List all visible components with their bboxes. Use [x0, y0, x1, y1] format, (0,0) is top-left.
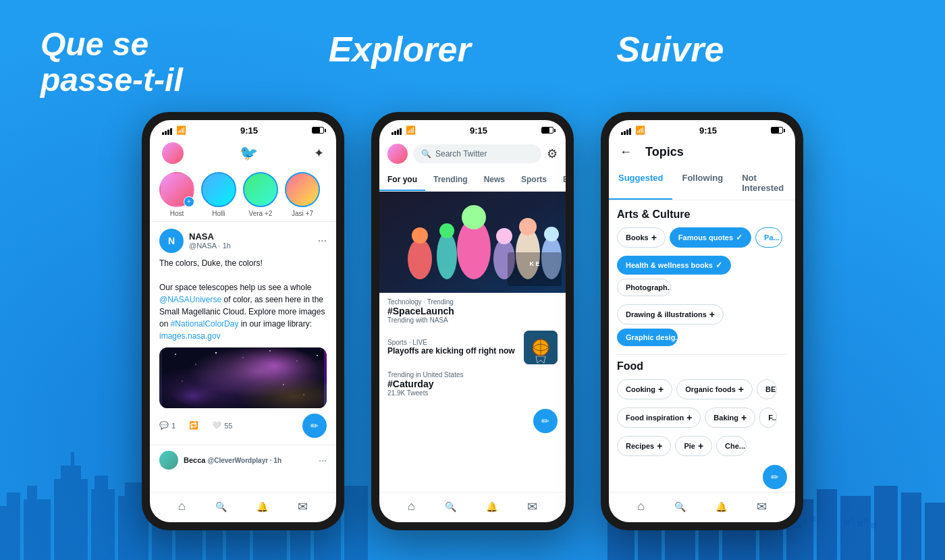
- phone1-top-nav: 🐦 ✦: [150, 138, 336, 168]
- like-action[interactable]: 🤍 55: [212, 421, 232, 430]
- chip-recipes[interactable]: Recipes +: [617, 436, 671, 456]
- nav-mail-2[interactable]: ✉: [527, 499, 537, 514]
- story-vera[interactable]: Vera +2: [243, 172, 278, 217]
- nav-bell-1[interactable]: 🔔: [256, 501, 268, 512]
- page-layout: Que se passe-t-il Explorer Suivre: [0, 0, 945, 560]
- topics-tabs: Suggested Following Not Interested: [609, 166, 795, 200]
- chip-beverages[interactable]: BE...: [757, 379, 777, 399]
- stories-row: + Host Holli Vera +2: [150, 168, 336, 221]
- phone3-bottom-nav: ⌂ 🔍 🔔 ✉: [609, 492, 795, 522]
- tab-not-interested[interactable]: Not Interested: [732, 166, 795, 200]
- tweet-link-3[interactable]: images.nasa.gov: [159, 331, 221, 341]
- chip-drawing[interactable]: Drawing & illustrations +: [617, 304, 724, 325]
- chip-painting[interactable]: Pa...: [755, 227, 782, 248]
- phone-explorer: 📶 9:15 🔍 Search Twitter: [371, 112, 574, 530]
- chip-painting-label: Pa...: [764, 233, 780, 242]
- tweet-link-2[interactable]: #NationalColorDay: [171, 319, 239, 329]
- arts-chips-row1: Books + Famous quotes ✓ Pa...: [617, 227, 787, 248]
- arts-chips-row3: Drawing & illustrations + Graphic desig.…: [617, 304, 787, 346]
- chip-photography-label: Photograph...: [626, 283, 671, 291]
- battery-area-1: [312, 127, 324, 134]
- chip-photography[interactable]: Photograph...: [617, 279, 671, 296]
- tweet-name-nasa: NASA: [189, 231, 313, 242]
- svg-point-71: [437, 232, 457, 279]
- trending-item-2: Sports · LIVE Playoffs are kicking off r…: [387, 331, 558, 364]
- search-bar[interactable]: 🔍 Search Twitter: [413, 144, 541, 163]
- food-chips-row3: Recipes + Pie + Che...: [617, 436, 787, 456]
- topics-content: Arts & Culture Books + Famous quotes ✓ P…: [609, 200, 795, 465]
- nav-home-3[interactable]: ⌂: [637, 499, 645, 513]
- chip-famous-quotes[interactable]: Famous quotes ✓: [670, 227, 751, 248]
- chip-baking-label: Baking: [713, 414, 738, 422]
- sparkle-icon-1[interactable]: ✦: [314, 146, 324, 161]
- svg-point-78: [519, 218, 537, 235]
- becca-avatar: [159, 451, 178, 470]
- tab-suggested[interactable]: Suggested: [609, 166, 672, 200]
- chip-graphic-design[interactable]: Graphic desig...: [617, 329, 678, 346]
- search-bar-row: 🔍 Search Twitter ⚙: [379, 138, 566, 169]
- user-avatar-1[interactable]: [162, 142, 184, 164]
- svg-text:K E: K E: [529, 260, 539, 267]
- tab-entertain[interactable]: Entertai...: [555, 169, 566, 191]
- chip-cheese[interactable]: Che...: [716, 436, 747, 456]
- battery-icon-3: [771, 127, 783, 134]
- tweet-more-icon[interactable]: ···: [318, 235, 327, 247]
- story-label-host: Host: [170, 210, 184, 217]
- trending-item-3: Trending in United States #Caturday 21.9…: [387, 371, 558, 397]
- nav-mail-1[interactable]: ✉: [298, 499, 308, 514]
- search-placeholder: Search Twitter: [435, 149, 487, 159]
- nav-home-1[interactable]: ⌂: [178, 499, 186, 513]
- tweet-link-1[interactable]: @NASAUniverse: [159, 295, 221, 304]
- section3-title: Suivre: [616, 30, 724, 69]
- compose-fab-2[interactable]: ✏: [533, 409, 558, 433]
- trending-cat-1: Technology · Trending: [387, 298, 558, 306]
- chip-pie[interactable]: Pie +: [675, 436, 712, 456]
- tab-trending[interactable]: Trending: [425, 169, 476, 191]
- chip-food-inspiration[interactable]: Food inspiration +: [617, 408, 701, 428]
- compose-fab-1[interactable]: ✏: [302, 414, 327, 438]
- story-jasi[interactable]: Jasi +7: [285, 172, 320, 217]
- becca-more-icon[interactable]: ···: [319, 455, 327, 466]
- svg-rect-81: [508, 252, 562, 286]
- chip-books-label: Books: [626, 233, 649, 242]
- wifi-icon-2: 📶: [406, 125, 416, 135]
- explorer-user-avatar[interactable]: [387, 144, 408, 164]
- section1-title: Que se passe-t-il: [40, 27, 329, 99]
- chip-falafel[interactable]: F...: [759, 408, 777, 428]
- chip-falafel-label: F...: [768, 414, 777, 422]
- chip-cooking[interactable]: Cooking +: [617, 379, 672, 399]
- chip-books[interactable]: Books +: [617, 227, 666, 248]
- nav-search-1[interactable]: 🔍: [215, 501, 227, 512]
- story-holli[interactable]: Holli: [201, 172, 236, 217]
- trending-section: Technology · Trending #SpaceLaunch Trend…: [379, 293, 566, 409]
- settings-icon[interactable]: ⚙: [547, 146, 558, 161]
- tab-following[interactable]: Following: [672, 166, 732, 200]
- chip-food-inspiration-plus: +: [686, 412, 692, 423]
- nasa-avatar: N: [159, 229, 184, 253]
- chip-health-books[interactable]: Health & wellness books ✓: [617, 256, 731, 275]
- tab-sports[interactable]: Sports: [513, 169, 555, 191]
- phone1-bottom-nav: ⌂ 🔍 🔔 ✉: [150, 492, 336, 522]
- tab-for-you[interactable]: For you: [379, 169, 425, 191]
- nav-bell-2[interactable]: 🔔: [486, 501, 497, 512]
- chip-cooking-plus: +: [658, 384, 664, 395]
- retweet-action[interactable]: 🔁: [189, 421, 198, 430]
- comment-action[interactable]: 💬 1: [159, 421, 176, 430]
- nav-bell-3[interactable]: 🔔: [716, 501, 727, 512]
- tab-news[interactable]: News: [476, 169, 513, 191]
- nav-search-3[interactable]: 🔍: [674, 501, 686, 512]
- comment-count: 1: [171, 422, 176, 430]
- nasa-tweet-image: [159, 347, 327, 408]
- phones-area: 📶 9:15 🐦 ✦: [0, 112, 945, 560]
- chip-baking[interactable]: Baking +: [705, 408, 755, 428]
- compose-fab-3[interactable]: ✏: [763, 465, 787, 489]
- chip-organic-foods[interactable]: Organic foods +: [676, 379, 753, 399]
- retweet-icon: 🔁: [189, 421, 198, 430]
- back-button[interactable]: ←: [620, 145, 632, 159]
- nav-home-2[interactable]: ⌂: [408, 499, 415, 513]
- story-host[interactable]: + Host: [159, 172, 194, 217]
- nav-mail-3[interactable]: ✉: [757, 499, 767, 514]
- wifi-icon-1: 📶: [176, 125, 186, 135]
- chip-pie-label: Pie: [684, 442, 695, 450]
- nav-search-2[interactable]: 🔍: [445, 501, 456, 512]
